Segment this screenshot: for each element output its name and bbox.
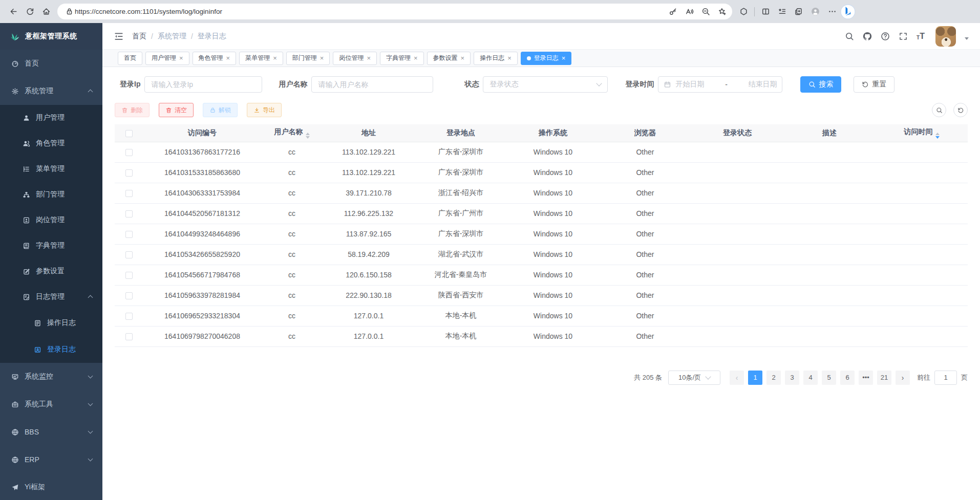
table-row[interactable]: 1641054566717984768cc120.6.150.158河北省-秦皇… bbox=[115, 265, 968, 285]
table-row[interactable]: 1641069798270046208cc127.0.0.1本地-本机Windo… bbox=[115, 326, 968, 346]
page-button-1[interactable]: 1 bbox=[748, 371, 762, 385]
sidebar-item-操作日志[interactable]: 操作日志 bbox=[0, 310, 102, 336]
table-row[interactable]: 1641053426655825920cc58.19.42.209湖北省-武汉市… bbox=[115, 244, 968, 265]
tab-菜单管理[interactable]: 菜单管理× bbox=[239, 52, 283, 65]
tab-用户管理[interactable]: 用户管理× bbox=[145, 52, 189, 65]
column-header-用户名称[interactable]: 用户名称 bbox=[261, 124, 323, 142]
export-button[interactable]: 导出 bbox=[247, 103, 282, 117]
collections-icon[interactable] bbox=[790, 4, 806, 19]
browser-menu-icon[interactable] bbox=[824, 4, 840, 19]
sidebar-item-岗位管理[interactable]: 岗位管理 bbox=[0, 207, 102, 233]
search-icon[interactable] bbox=[845, 32, 854, 41]
toggle-search-button[interactable] bbox=[932, 103, 946, 117]
extensions-icon[interactable] bbox=[735, 4, 752, 19]
tab-角色管理[interactable]: 角色管理× bbox=[193, 52, 237, 65]
row-checkbox[interactable] bbox=[125, 190, 133, 197]
close-tab-icon[interactable]: × bbox=[320, 55, 324, 61]
fullscreen-icon[interactable] bbox=[899, 32, 908, 41]
tab-岗位管理[interactable]: 岗位管理× bbox=[333, 52, 377, 65]
page-button-3[interactable]: 3 bbox=[785, 371, 799, 385]
close-tab-icon[interactable]: × bbox=[562, 55, 566, 61]
close-tab-icon[interactable]: × bbox=[367, 55, 371, 61]
sidebar-item-系统工具[interactable]: 系统工具 bbox=[0, 390, 102, 418]
date-range-picker[interactable]: 开始日期 - 结束日期 bbox=[658, 76, 782, 93]
row-checkbox[interactable] bbox=[125, 251, 133, 258]
favorites-icon[interactable] bbox=[774, 4, 790, 19]
sidebar-item-菜单管理[interactable]: 菜单管理 bbox=[0, 156, 102, 182]
sidebar-item-角色管理[interactable]: 角色管理 bbox=[0, 131, 102, 156]
next-page-button[interactable]: › bbox=[896, 371, 910, 385]
sidebar-item-字典管理[interactable]: 字典管理 bbox=[0, 233, 102, 258]
unlock-button[interactable]: 解锁 bbox=[203, 103, 238, 117]
table-row[interactable]: 1641031533185863680cc113.102.129.221广东省-… bbox=[115, 162, 968, 183]
column-header-访问时间[interactable]: 访问时间 bbox=[876, 124, 968, 142]
more-pages-button[interactable]: ••• bbox=[859, 371, 873, 385]
sidebar-item-系统管理[interactable]: 系统管理 bbox=[0, 77, 102, 105]
row-checkbox[interactable] bbox=[125, 292, 133, 299]
sidebar-item-Yi框架[interactable]: Yi框架 bbox=[0, 473, 102, 500]
close-tab-icon[interactable]: × bbox=[461, 55, 465, 61]
add-favorite-icon[interactable] bbox=[714, 4, 730, 19]
close-tab-icon[interactable]: × bbox=[414, 55, 418, 61]
sidebar-toggle-icon[interactable] bbox=[114, 31, 124, 41]
page-button-5[interactable]: 5 bbox=[822, 371, 836, 385]
page-button-4[interactable]: 4 bbox=[803, 371, 818, 385]
help-icon[interactable] bbox=[881, 32, 890, 41]
breadcrumb-item[interactable]: 首页 bbox=[132, 32, 146, 41]
sidebar-item-日志管理[interactable]: 日志管理 bbox=[0, 284, 102, 310]
close-tab-icon[interactable]: × bbox=[226, 55, 230, 61]
tab-登录日志[interactable]: 登录日志× bbox=[521, 52, 572, 65]
github-icon[interactable] bbox=[863, 32, 872, 41]
user-avatar[interactable] bbox=[935, 26, 956, 47]
sidebar-item-系统监控[interactable]: 系统监控 bbox=[0, 363, 102, 390]
close-tab-icon[interactable]: × bbox=[507, 55, 512, 61]
user-input[interactable] bbox=[318, 80, 427, 89]
tab-字典管理[interactable]: 字典管理× bbox=[380, 52, 424, 65]
split-screen-icon[interactable] bbox=[757, 4, 774, 19]
lock-icon[interactable] bbox=[63, 4, 75, 19]
select-all-checkbox[interactable] bbox=[125, 130, 133, 137]
tab-首页[interactable]: 首页 bbox=[118, 52, 142, 65]
goto-input[interactable] bbox=[934, 371, 957, 385]
reset-button[interactable]: 重置 bbox=[854, 76, 894, 93]
delete-button[interactable]: 删除 bbox=[115, 103, 150, 117]
sidebar-item-ERP[interactable]: ERP bbox=[0, 446, 102, 473]
table-row[interactable]: 1641043063331753984cc39.171.210.78浙江省-绍兴… bbox=[115, 183, 968, 203]
browser-profile-icon[interactable] bbox=[808, 5, 822, 18]
row-checkbox[interactable] bbox=[125, 272, 133, 279]
row-checkbox[interactable] bbox=[125, 210, 133, 218]
sidebar-item-参数设置[interactable]: 参数设置 bbox=[0, 258, 102, 284]
sidebar-item-BBS[interactable]: BBS bbox=[0, 418, 102, 446]
read-aloud-icon[interactable] bbox=[681, 4, 697, 19]
prev-page-button[interactable]: ‹ bbox=[730, 371, 744, 385]
tab-参数设置[interactable]: 参数设置× bbox=[427, 52, 471, 65]
breadcrumb-item[interactable]: 系统管理 bbox=[158, 32, 186, 41]
copilot-icon[interactable] bbox=[840, 4, 856, 19]
sidebar-item-用户管理[interactable]: 用户管理 bbox=[0, 105, 102, 131]
row-checkbox[interactable] bbox=[125, 149, 133, 156]
browser-refresh-icon[interactable] bbox=[22, 4, 38, 19]
refresh-table-button[interactable] bbox=[953, 103, 968, 117]
browser-home-icon[interactable] bbox=[38, 4, 54, 19]
close-tab-icon[interactable]: × bbox=[273, 55, 277, 61]
address-bar[interactable]: https://ccnetcore.com:1101/system/log/lo… bbox=[57, 4, 732, 19]
page-button-6[interactable]: 6 bbox=[840, 371, 855, 385]
tab-部门管理[interactable]: 部门管理× bbox=[286, 52, 330, 65]
ip-input[interactable] bbox=[151, 80, 255, 89]
sidebar-item-部门管理[interactable]: 部门管理 bbox=[0, 182, 102, 207]
sort-caret-icon[interactable] bbox=[935, 133, 940, 139]
page-button-21[interactable]: 21 bbox=[877, 371, 891, 385]
table-row[interactable]: 1641031367863177216cc113.102.129.221广东省-… bbox=[115, 142, 968, 162]
tab-操作日志[interactable]: 操作日志× bbox=[474, 52, 518, 65]
page-size-select[interactable]: 10条/页 bbox=[668, 371, 720, 385]
close-tab-icon[interactable]: × bbox=[179, 55, 183, 61]
password-icon[interactable] bbox=[665, 4, 681, 19]
table-row[interactable]: 1641059633978281984cc222.90.130.18陕西省-西安… bbox=[115, 285, 968, 306]
font-size-icon[interactable]: TT bbox=[917, 32, 925, 40]
table-row[interactable]: 1641069652933218304cc127.0.0.1本地-本机Windo… bbox=[115, 306, 968, 326]
page-button-2[interactable]: 2 bbox=[766, 371, 781, 385]
row-checkbox[interactable] bbox=[125, 231, 133, 238]
zoom-out-icon[interactable] bbox=[697, 4, 714, 19]
status-select[interactable]: 登录状态 bbox=[483, 76, 608, 93]
browser-back-icon[interactable] bbox=[5, 4, 22, 19]
